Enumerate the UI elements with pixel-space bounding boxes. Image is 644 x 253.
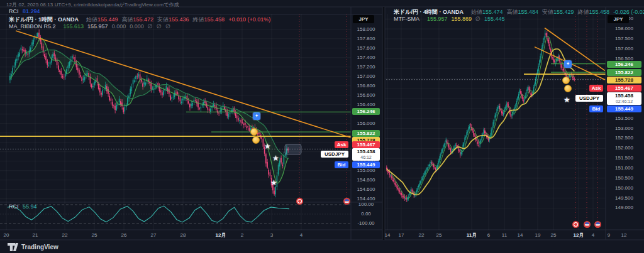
price-tick-label: 150.000 <box>607 185 641 191</box>
green-price-label: 156.246 <box>352 108 380 115</box>
price-tick-label: 152.000 <box>607 145 641 151</box>
price-tick-label: 156.400 <box>352 102 380 108</box>
change-value: -0.026 (-0.02%) <box>613 9 644 15</box>
green-price-label: 156.246 <box>607 61 641 68</box>
time-tick-label: 22 <box>55 232 74 239</box>
rci-level-label: 0.00 <box>352 211 380 217</box>
target-event-icon[interactable] <box>296 198 303 205</box>
price-tick-label: 157.400 <box>352 55 380 61</box>
low-label: 安値 <box>542 9 553 15</box>
close-value: 155.458 <box>589 9 610 15</box>
price-tick-label: 157.800 <box>352 36 380 42</box>
right-indicator-name: MTF-SMA <box>394 16 419 22</box>
rci-strip-value: 81.294 <box>23 8 40 14</box>
countdown-price-box: 155.45846:12 <box>352 148 380 161</box>
price-tick-label: 150.500 <box>607 175 641 181</box>
star-sticker[interactable]: ★ <box>272 154 279 162</box>
coin-sticker[interactable] <box>564 85 572 92</box>
ask-price-label: 155.467 <box>352 141 380 148</box>
yellow-price-label: 155.728 <box>607 77 641 83</box>
high-label: 高値 <box>121 16 133 23</box>
time-tick-label: 12 <box>614 232 633 239</box>
currency-label[interactable]: JPY <box>353 15 374 23</box>
ask-price-label: 155.467 <box>607 85 641 92</box>
rci-strip-name: RCI <box>9 8 19 14</box>
indicator-value: 155.957 <box>427 16 448 22</box>
low-value: 155.429 <box>553 9 574 15</box>
coin-sticker[interactable] <box>252 136 260 144</box>
green-price-label: 155.822 <box>352 130 380 137</box>
tradingview-logo-icon <box>8 243 18 251</box>
star-sticker-blue[interactable]: ✦ <box>253 112 260 120</box>
ask-tag: Ask <box>335 141 348 148</box>
price-tick-label: 149.000 <box>607 205 641 211</box>
price-tick-label: 153.000 <box>607 126 641 132</box>
target-event-icon[interactable] <box>572 221 579 228</box>
rci-pane-value: 55.94 <box>23 203 37 210</box>
star-sticker-blue[interactable]: ✦ <box>564 60 572 68</box>
close-label: 終値 <box>578 9 589 15</box>
open-value: 155.474 <box>482 9 503 15</box>
flag-event-icon[interactable] <box>594 221 601 228</box>
indicator-value: 155.445 <box>484 16 505 22</box>
price-tick-label: 157.600 <box>352 45 380 51</box>
bid-tag: Bid <box>335 161 348 168</box>
flag-event-icon[interactable] <box>343 198 350 205</box>
creation-note: 12月 02, 2025 08:13 UTC+9, criminildoskoi… <box>6 1 179 8</box>
price-tick-label: 154.600 <box>352 186 380 193</box>
coin-sticker[interactable] <box>562 77 570 84</box>
tradingview-snapshot: 12月 02, 2025 08:13 UTC+9, criminildoskoi… <box>0 0 644 253</box>
time-tick-label: 28 <box>174 232 192 239</box>
indicator-value: 0.000 <box>112 23 126 30</box>
coin-sticker[interactable] <box>250 128 258 136</box>
price-tick-label: 153.500 <box>607 116 641 122</box>
chart-overlays: RCI 81.294 米ドル/円 · 1時間 · OANDA始値155.449高… <box>0 0 644 253</box>
bid-price-label: 155.449 <box>607 105 641 112</box>
tradingview-logo[interactable]: TradingView <box>8 243 58 251</box>
time-tick-label: 25 <box>544 232 563 239</box>
bid-tag: Bid <box>589 105 603 112</box>
close-label: 終値 <box>193 16 204 23</box>
currency-label[interactable]: JPY <box>608 15 629 23</box>
high-value: 155.472 <box>133 16 153 23</box>
time-tick-label: 25 <box>85 232 104 239</box>
price-tick-label: 157.000 <box>352 73 380 80</box>
price-tick-label: 151.500 <box>607 155 641 161</box>
price-tick-label: 157.500 <box>607 36 641 42</box>
left-indicator-toggles[interactable]: ∅ ∅ ∅ <box>148 23 172 30</box>
high-value: 155.484 <box>518 9 538 15</box>
time-tick-label: 21 <box>26 232 45 239</box>
left-rci-pane-legend[interactable]: RCI 55.94 <box>9 203 37 210</box>
last-price: 155.458 <box>352 148 380 155</box>
time-tick-label: 12月 <box>211 232 230 239</box>
time-tick-label: 4 <box>292 232 311 239</box>
change-value: +0.010 (+0.01%) <box>228 16 270 23</box>
low-value: 155.436 <box>169 16 189 23</box>
symbol-tag: USDJPY <box>575 95 603 102</box>
flag-event-icon[interactable] <box>584 221 591 228</box>
star-sticker[interactable]: ★ <box>264 143 271 150</box>
rci-pane-name: RCI <box>9 203 19 210</box>
price-tick-label: 158.000 <box>352 26 380 33</box>
time-tick-label: 2 <box>233 232 252 239</box>
left-rci-strip-legend[interactable]: RCI 81.294 <box>9 8 40 14</box>
price-tick-label: 156.000 <box>352 121 380 127</box>
right-indicator-legend[interactable]: MTF-SMA155.957155.869∅155.445 <box>394 16 504 22</box>
open-label: 始値 <box>471 9 482 15</box>
right-indicator-values: 155.957155.869∅155.445 <box>423 16 504 22</box>
open-label: 始値 <box>86 16 97 23</box>
price-tick-label: 155.000 <box>352 168 380 174</box>
price-tick-label: 149.500 <box>607 195 641 202</box>
indicator-value: 155.957 <box>87 23 108 30</box>
left-indicator-legend[interactable]: MA_RIBBON R5.2155.613155.9570.0000.000∅ … <box>9 23 172 30</box>
rci-level-label: -100.00 <box>352 220 380 227</box>
star-sticker[interactable]: ★ <box>270 179 277 186</box>
left-indicator-name: MA_RIBBON R5.2 <box>9 23 56 30</box>
time-tick-label: 20 <box>0 232 16 239</box>
star-sticker[interactable]: ★ <box>564 96 570 104</box>
bar-countdown: 02:46:12 <box>607 99 641 104</box>
symbol-tag: USDJPY <box>321 151 348 158</box>
time-tick-label: 11月 <box>462 232 481 239</box>
price-tick-label: 157.000 <box>607 46 641 52</box>
time-tick-label: 3 <box>262 232 281 239</box>
